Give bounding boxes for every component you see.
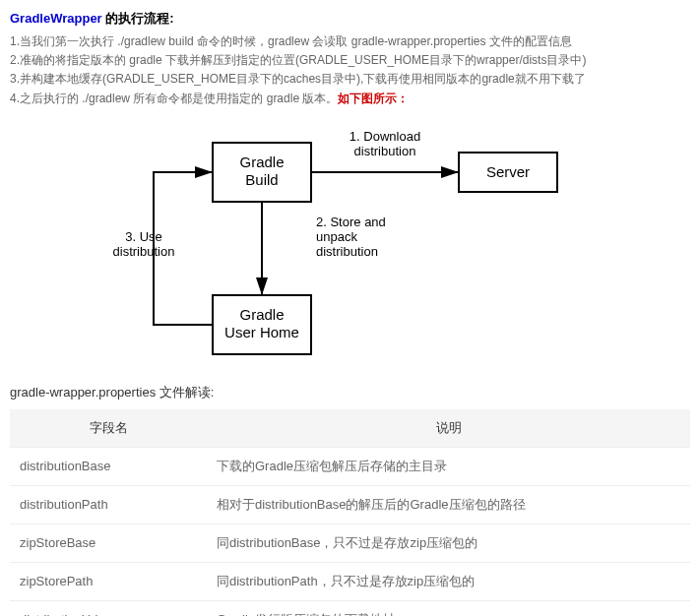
table-row: distributionPath 相对于distributionBase的解压后… [10, 485, 690, 524]
label-store-l3: distribution [316, 244, 378, 259]
label-store-l2: unpack [316, 229, 357, 244]
box-userhome-l2: User Home [224, 324, 299, 340]
table-row: zipStorePath 同distributionPath，只不过是存放zip… [10, 562, 690, 600]
label-download-l2: distribution [353, 144, 415, 158]
table-title: gradle-wrapper.properties 文件解读: [10, 384, 690, 401]
properties-table: 字段名 说明 distributionBase 下载的Gradle压缩包解压后存… [10, 409, 690, 616]
table-row: distributionUrl Gradle发行版压缩包的下载地址 [10, 600, 690, 616]
label-use-l2: distribution [112, 244, 174, 259]
page-title: GradleWrapper 的执行流程: [10, 10, 690, 28]
table-header-field: 字段名 [10, 409, 207, 448]
label-use-l1: 3. Use [125, 229, 162, 244]
box-gradle-build-l1: Gradle [239, 154, 284, 170]
box-server-label: Server [485, 163, 529, 180]
step-1: 1.当我们第一次执行 ./gradlew build 命令的时候，gradlew… [10, 32, 690, 51]
step-3: 3.并构建本地缓存(GRADLE_USER_HOME目录下的caches目录中)… [10, 70, 690, 89]
box-gradle-build-l2: Build [245, 171, 278, 188]
label-download-l1: 1. Download [349, 129, 419, 144]
box-userhome-l1: Gradle [239, 306, 284, 323]
steps-list: 1.当我们第一次执行 ./gradlew build 命令的时候，gradlew… [10, 32, 690, 108]
table-header-desc: 说明 [207, 409, 690, 448]
label-store-l1: 2. Store and [316, 215, 386, 229]
title-prefix: GradleWrapper [10, 11, 102, 26]
title-suffix: 的执行流程: [102, 11, 174, 26]
table-row: zipStoreBase 同distributionBase，只不过是存放zip… [10, 524, 690, 562]
flow-diagram: Gradle Build Server Gradle User Home 1. … [10, 123, 690, 369]
step-2: 2.准确的将指定版本的 gradle 下载并解压到指定的位置(GRADLE_US… [10, 51, 690, 70]
step-4: 4.之后执行的 ./gradlew 所有命令都是使用指定的 gradle 版本。… [10, 90, 690, 108]
table-row: distributionBase 下载的Gradle压缩包解压后存储的主目录 [10, 447, 690, 485]
diagram-svg: Gradle Build Server Gradle User Home 1. … [104, 123, 597, 369]
